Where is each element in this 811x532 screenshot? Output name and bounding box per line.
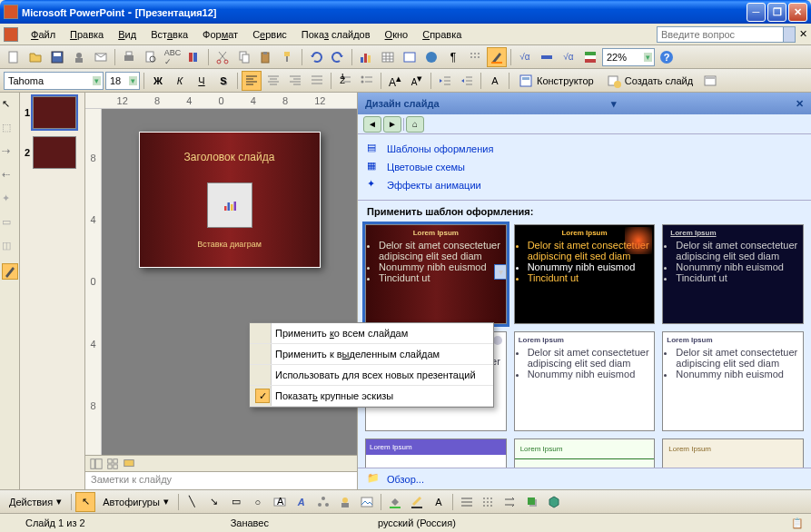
template-darkblue[interactable]: Lorem Ipsum Delor sit amet consectetuer … <box>662 224 804 324</box>
font-combo[interactable]: Tahoma <box>4 72 104 90</box>
template-curtain[interactable]: Lorem Ipsum Delor sit amet consectetuer … <box>365 224 507 324</box>
clipart-tool[interactable] <box>335 492 355 512</box>
open-button[interactable] <box>25 47 45 67</box>
picture-tool[interactable] <box>357 492 377 512</box>
format-painter-button[interactable] <box>278 47 298 67</box>
new-button[interactable] <box>4 47 24 67</box>
chart-placeholder-icon[interactable] <box>207 182 252 228</box>
fill-color-tool[interactable] <box>385 492 405 512</box>
font-color-tool[interactable]: A <box>429 492 449 512</box>
zoom-combo[interactable]: 22% <box>602 48 655 66</box>
formula1-button[interactable]: √α <box>515 47 535 67</box>
italic-button[interactable]: К <box>170 71 190 91</box>
link-animation[interactable]: ✦Эффекты анимации <box>367 176 802 194</box>
insert-table-button[interactable] <box>378 47 398 67</box>
notes-pane[interactable]: Заметки к слайду <box>85 471 357 489</box>
numbering-button[interactable]: 12 <box>335 71 355 91</box>
tool-3[interactable]: ⇢ <box>2 145 18 162</box>
task-pane-dropdown[interactable]: ▾ <box>611 98 617 110</box>
slide-title-placeholder[interactable]: Заголовок слайда <box>140 151 320 163</box>
increase-indent-button[interactable] <box>457 71 477 91</box>
minimize-button[interactable]: ─ <box>747 3 766 22</box>
template-fireworks[interactable]: Lorem Ipsum Delor sit amet consectetuer … <box>514 224 656 324</box>
maximize-button[interactable]: ❐ <box>767 3 786 22</box>
slide-subtitle-placeholder[interactable]: Вставка диаграм <box>140 240 320 249</box>
menu-format[interactable]: Формат <box>195 27 245 42</box>
bold-button[interactable]: Ж <box>148 71 168 91</box>
nav-home-button[interactable]: ⌂ <box>406 116 424 133</box>
autoshapes-menu[interactable]: Автофигуры ▾ <box>97 492 174 512</box>
expand-all-button[interactable]: ¶ <box>443 47 463 67</box>
template-purple[interactable]: Lorem Ipsum <box>365 438 507 468</box>
layout-button[interactable] <box>700 71 720 91</box>
undo-button[interactable] <box>306 47 326 67</box>
ctx-large-thumbs[interactable]: Показать крупные эскизы <box>250 386 493 407</box>
align-center-button[interactable] <box>263 71 283 91</box>
save-button[interactable] <box>47 47 67 67</box>
preview-button[interactable] <box>141 47 161 67</box>
normal-view-button[interactable] <box>89 458 104 470</box>
3d-tool[interactable] <box>544 492 564 512</box>
decrease-indent-button[interactable] <box>435 71 455 91</box>
tool-7[interactable]: ◫ <box>2 240 18 256</box>
arrow-tool[interactable]: ↖ <box>2 98 18 114</box>
formula2-button[interactable] <box>537 47 557 67</box>
tool-5[interactable]: ✦ <box>2 192 18 209</box>
increase-font-button[interactable]: A▴ <box>385 71 405 91</box>
font-color-button[interactable]: A <box>485 71 505 91</box>
thumb-row[interactable]: 1 <box>22 96 83 129</box>
browse-link[interactable]: Обзор... <box>387 474 424 485</box>
flag-button[interactable] <box>580 47 600 67</box>
menu-edit[interactable]: Правка <box>63 27 111 42</box>
menu-insert[interactable]: Вставка <box>143 27 195 42</box>
tool-highlighted[interactable] <box>2 263 18 280</box>
link-color-schemes[interactable]: ▦Цветовые схемы <box>367 158 802 176</box>
new-slide-button[interactable]: Создать слайд <box>601 71 698 91</box>
permission-button[interactable] <box>69 47 89 67</box>
task-pane-close-button[interactable]: ✕ <box>796 98 804 110</box>
menu-slideshow[interactable]: Показ слайдов <box>294 27 378 42</box>
show-grid-button[interactable] <box>465 47 485 67</box>
formula3-button[interactable]: √α <box>559 47 579 67</box>
diagram-tool[interactable] <box>313 492 333 512</box>
close-button[interactable]: ✕ <box>788 3 807 22</box>
ctx-use-new[interactable]: Использовать для всех новых презентаций <box>250 365 493 386</box>
template-white[interactable]: Lorem Ipsum Delor sit amet consectetuer … <box>514 331 656 431</box>
status-icon[interactable]: 📋 <box>791 517 804 529</box>
help-button[interactable]: ? <box>657 47 677 67</box>
tool-4[interactable]: ⇠ <box>2 169 18 185</box>
menu-window[interactable]: Окно <box>378 27 416 42</box>
tool-6[interactable]: ▭ <box>2 216 18 232</box>
font-size-combo[interactable]: 18 <box>105 72 140 90</box>
line-style-tool[interactable] <box>457 492 477 512</box>
template-white2[interactable]: Lorem Ipsum Delor sit amet consectetuer … <box>662 331 804 431</box>
distribute-button[interactable] <box>307 71 327 91</box>
slide-thumb-1[interactable] <box>33 96 76 129</box>
template-green[interactable]: Lorem Ipsum <box>514 438 656 468</box>
cut-button[interactable] <box>213 47 232 67</box>
slide[interactable]: Заголовок слайда Вставка диаграм <box>139 132 321 268</box>
insert-chart-button[interactable] <box>356 47 376 67</box>
nav-back-button[interactable]: ◄ <box>363 116 381 133</box>
doc-close-button[interactable]: ✕ <box>799 28 807 40</box>
designer-button[interactable]: Конструктор <box>513 71 599 91</box>
template-tan[interactable]: Lorem Ipsum <box>662 438 804 468</box>
ctx-apply-selected[interactable]: Применить к выделенным слайдам <box>250 344 493 365</box>
rectangle-tool[interactable]: ▭ <box>226 492 246 512</box>
arrow-style-tool[interactable] <box>500 492 520 512</box>
help-search-input[interactable] <box>657 26 784 43</box>
align-left-button[interactable] <box>242 71 262 91</box>
underline-button[interactable]: Ч <box>192 71 212 91</box>
line-color-tool[interactable] <box>407 492 427 512</box>
paste-button[interactable] <box>256 47 276 67</box>
sorter-view-button[interactable] <box>105 458 120 470</box>
insert-hyperlink-button[interactable] <box>421 47 441 67</box>
textbox-tool[interactable]: A <box>270 492 290 512</box>
shadow-tool[interactable] <box>522 492 542 512</box>
ctx-apply-all[interactable]: Применить ко всем слайдам <box>250 323 493 344</box>
copy-button[interactable] <box>234 47 254 67</box>
menu-file[interactable]: Файл <box>24 27 63 42</box>
decrease-font-button[interactable]: A▾ <box>407 71 427 91</box>
slideshow-view-button[interactable] <box>122 458 136 470</box>
oval-tool[interactable]: ○ <box>248 492 268 512</box>
